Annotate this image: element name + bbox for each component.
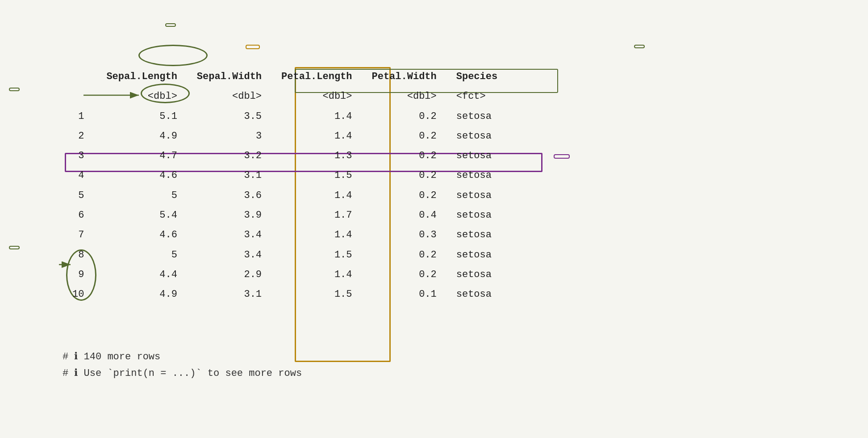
footer-print-hint: # ℹ Use `print(n = ...)` to see more row… (63, 365, 302, 382)
data-table-area: Sepal.Length Sepal.Width Petal.Length Pe… (63, 67, 507, 305)
table-cell: 3.1 (187, 285, 271, 304)
table-cell: 0.2 (362, 126, 447, 146)
annotation-row-numbers (9, 246, 20, 249)
table-row: 74.63.41.40.3setosa (63, 225, 507, 245)
type-sepal-length: <dbl> (96, 87, 187, 106)
table-cell: 1.7 (271, 206, 362, 225)
table-cell: 5 (96, 245, 187, 265)
cell-species: setosa (447, 285, 507, 304)
table-row: 44.63.11.50.2setosa (63, 166, 507, 185)
table-cell: 4.9 (96, 126, 187, 146)
annotation-dimensions (165, 23, 176, 27)
type-petal-length: <dbl> (271, 87, 362, 106)
table-row: 104.93.11.50.1setosa (63, 285, 507, 304)
annotation-column-variable-field (246, 45, 260, 49)
type-row: <dbl> <dbl> <dbl> <dbl> <fct> (63, 87, 507, 106)
table-cell: 1 (63, 107, 96, 126)
table-cell: 4.4 (96, 265, 187, 285)
table-cell: 5 (63, 186, 96, 206)
tibble-dimensions-oval (138, 45, 208, 66)
table-cell: 3 (63, 146, 96, 166)
table-row: 24.931.40.2setosa (63, 126, 507, 146)
cell-species: setosa (447, 107, 507, 126)
cell-species: setosa (447, 245, 507, 265)
table-cell: 1.5 (271, 245, 362, 265)
table-cell: 3.6 (187, 186, 271, 206)
cell-species: setosa (447, 126, 507, 146)
type-sepal-width: <dbl> (187, 87, 271, 106)
iris-data-table: Sepal.Length Sepal.Width Petal.Length Pe… (63, 67, 507, 305)
type-species: <fct> (447, 87, 507, 106)
table-cell: 3.1 (187, 166, 271, 185)
table-row: 34.73.21.30.2setosa (63, 146, 507, 166)
table-cell: 3.4 (187, 245, 271, 265)
table-cell: 0.1 (362, 285, 447, 304)
footer-more-rows-text: # ℹ 140 more rows (63, 351, 160, 362)
table-cell: 0.2 (362, 107, 447, 126)
type-rownum (63, 87, 96, 106)
footer-lines: # ℹ 140 more rows # ℹ Use `print(n = ...… (63, 349, 302, 382)
table-cell: 6 (63, 206, 96, 225)
table-cell: 0.4 (362, 206, 447, 225)
main-container: Sepal.Length Sepal.Width Petal.Length Pe… (0, 0, 868, 438)
table-cell: 5 (96, 186, 187, 206)
table-cell: 1.5 (271, 285, 362, 304)
table-cell: 3.5 (187, 107, 271, 126)
table-cell: 3.9 (187, 206, 271, 225)
table-cell: 2.9 (187, 265, 271, 285)
table-cell: 4.6 (96, 225, 187, 245)
table-cell: 4.7 (96, 146, 187, 166)
table-cell: 1.4 (271, 107, 362, 126)
table-cell: 3 (187, 126, 271, 146)
table-cell: 5.1 (96, 107, 187, 126)
table-cell: 1.5 (271, 166, 362, 185)
cell-species: setosa (447, 186, 507, 206)
header-species: Species (447, 67, 507, 87)
type-petal-width: <dbl> (362, 87, 447, 106)
column-header-row: Sepal.Length Sepal.Width Petal.Length Pe… (63, 67, 507, 87)
table-body: 15.13.51.40.2setosa24.931.40.2setosa34.7… (63, 107, 507, 305)
annotation-data-type (9, 88, 20, 91)
footer-more-rows: # ℹ 140 more rows (63, 349, 302, 365)
table-cell: 0.2 (362, 146, 447, 166)
table-cell: 4 (63, 166, 96, 185)
cell-species: setosa (447, 265, 507, 285)
cell-species: setosa (447, 166, 507, 185)
table-cell: 1.4 (271, 225, 362, 245)
table-cell: 0.3 (362, 225, 447, 245)
table-cell: 0.2 (362, 265, 447, 285)
table-cell: 8 (63, 245, 96, 265)
table-cell: 5.4 (96, 206, 187, 225)
header-petal-length: Petal.Length (271, 67, 362, 87)
header-sepal-length: Sepal.Length (96, 67, 187, 87)
table-cell: 0.2 (362, 186, 447, 206)
table-cell: 3.2 (187, 146, 271, 166)
table-row: 553.61.40.2setosa (63, 186, 507, 206)
table-cell: 1.4 (271, 186, 362, 206)
table-cell: 2 (63, 126, 96, 146)
table-cell: 10 (63, 285, 96, 304)
table-cell: 9 (63, 265, 96, 285)
cell-species: setosa (447, 206, 507, 225)
cell-species: setosa (447, 225, 507, 245)
table-cell: 1.3 (271, 146, 362, 166)
header-rownum (63, 67, 96, 87)
table-cell: 4.9 (96, 285, 187, 304)
table-cell: 4.6 (96, 166, 187, 185)
table-cell: 0.2 (362, 166, 447, 185)
table-row: 94.42.91.40.2setosa (63, 265, 507, 285)
table-cell: 7 (63, 225, 96, 245)
annotation-names (634, 45, 645, 48)
table-row: 15.13.51.40.2setosa (63, 107, 507, 126)
table-row: 65.43.91.70.4setosa (63, 206, 507, 225)
table-row: 853.41.50.2setosa (63, 245, 507, 265)
annotation-row-record-observation (554, 154, 570, 159)
table-cell: 3.4 (187, 225, 271, 245)
table-cell: 0.2 (362, 245, 447, 265)
table-cell: 1.4 (271, 265, 362, 285)
table-cell: 1.4 (271, 126, 362, 146)
footer-print-hint-text: # ℹ Use `print(n = ...)` to see more row… (63, 368, 302, 379)
header-petal-width: Petal.Width (362, 67, 447, 87)
cell-species: setosa (447, 146, 507, 166)
header-sepal-width: Sepal.Width (187, 67, 271, 87)
